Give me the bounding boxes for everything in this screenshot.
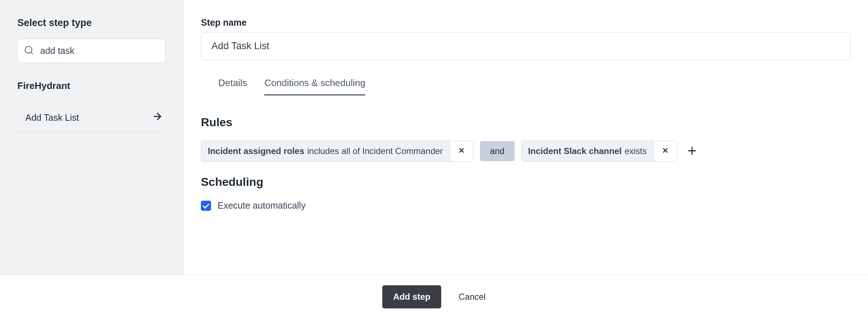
arrow-right-icon — [152, 111, 163, 124]
search-wrapper — [17, 39, 166, 63]
rule-remove-button[interactable] — [653, 141, 677, 161]
rule-chip-0: Incident assigned roles includes all of … — [201, 141, 473, 162]
sidebar-item-add-task-list[interactable]: Add Task List — [17, 103, 166, 132]
rule-remove-button[interactable] — [450, 141, 473, 161]
sidebar-title: Select step type — [17, 17, 166, 29]
sidebar: Select step type FireHydrant Add Task Li… — [0, 0, 184, 275]
scheduling-heading: Scheduling — [201, 175, 851, 189]
rule-condition: exists — [624, 146, 646, 156]
rule-condition: includes all of Incident Commander — [307, 146, 443, 156]
rule-connector[interactable]: and — [480, 141, 515, 161]
sidebar-section-label: FireHydrant — [17, 80, 166, 91]
rule-field: Incident Slack channel — [528, 146, 622, 156]
close-icon — [458, 147, 465, 155]
tab-conditions-scheduling[interactable]: Conditions & scheduling — [264, 77, 365, 95]
execute-auto-checkbox[interactable] — [201, 201, 211, 211]
execute-auto-label: Execute automatically — [218, 200, 306, 211]
rules-row: Incident assigned roles includes all of … — [201, 141, 851, 162]
sidebar-item-label: Add Task List — [25, 112, 79, 123]
cancel-button[interactable]: Cancel — [459, 292, 486, 302]
close-icon — [662, 147, 669, 155]
rule-field: Incident assigned roles — [208, 146, 304, 156]
search-input[interactable] — [17, 39, 166, 63]
rules-heading: Rules — [201, 116, 851, 129]
rule-chip-1: Incident Slack channel exists — [521, 141, 677, 162]
rule-chip-text[interactable]: Incident assigned roles includes all of … — [201, 141, 450, 161]
add-rule-button[interactable] — [684, 142, 700, 160]
step-name-label: Step name — [201, 17, 851, 28]
tab-details[interactable]: Details — [218, 77, 247, 95]
add-step-button[interactable]: Add step — [382, 285, 441, 308]
tabs: Details Conditions & scheduling — [201, 77, 851, 95]
footer: Add step Cancel — [0, 275, 868, 316]
main-content: Step name Details Conditions & schedulin… — [184, 0, 868, 275]
search-icon — [24, 45, 34, 57]
scheduling-row: Execute automatically — [201, 200, 851, 211]
svg-line-1 — [31, 52, 33, 54]
rule-chip-text[interactable]: Incident Slack channel exists — [522, 141, 653, 161]
plus-icon — [686, 145, 698, 158]
step-name-input[interactable] — [201, 32, 851, 60]
